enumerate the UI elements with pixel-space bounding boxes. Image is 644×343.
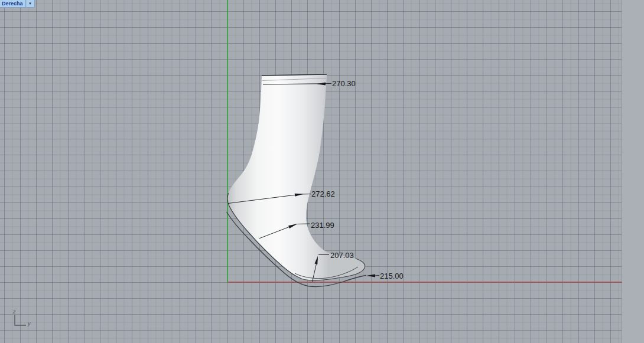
scene-overlay	[0, 0, 644, 343]
dimension-label[interactable]: 215.00	[380, 272, 404, 280]
axis-gizmo	[15, 315, 26, 325]
last-model[interactable]	[227, 75, 365, 281]
dimension-label[interactable]: 231.99	[311, 221, 334, 230]
viewport-title[interactable]: Derecha	[0, 0, 26, 8]
viewport-tab[interactable]: Derecha ▼	[0, 0, 35, 8]
leader-215-00	[367, 275, 380, 277]
chevron-down-icon[interactable]: ▼	[26, 0, 35, 8]
gizmo-z-label: z	[13, 309, 16, 315]
dimension-label[interactable]: 207.03	[330, 251, 354, 260]
dimension-label[interactable]: 270.30	[332, 79, 356, 88]
gizmo-y-label: y	[28, 321, 31, 326]
dimension-label[interactable]: 272.62	[311, 190, 335, 198]
